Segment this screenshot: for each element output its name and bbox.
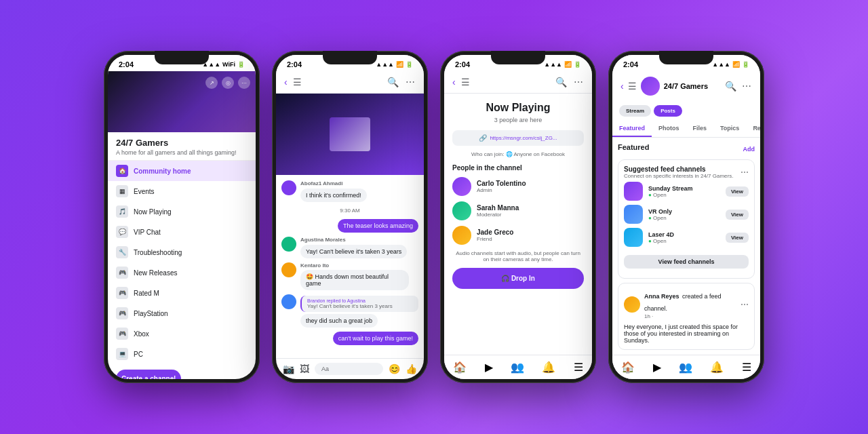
nav-xbox[interactable]: 🎮 Xbox — [108, 323, 256, 344]
search-icon[interactable]: 🔍 — [387, 77, 399, 87]
nav-pc[interactable]: 💻 PC — [108, 344, 256, 364]
tab-photos[interactable]: Photos — [652, 121, 686, 137]
post-author: Anna Reyes — [644, 293, 679, 300]
phone3-bell-icon[interactable]: 🔔 — [542, 361, 555, 374]
phone1-share-icon[interactable]: ↗ — [205, 77, 218, 89]
emoji-icon[interactable]: 😊 — [389, 363, 400, 374]
hamburger-icon[interactable]: ☰ — [293, 77, 302, 87]
audio-note: Audio channels start with audio, but peo… — [452, 250, 584, 262]
tab-more[interactable]: Re... — [746, 121, 760, 137]
phone4-menu-icon[interactable]: ☰ — [628, 81, 637, 92]
phone4-back-icon[interactable]: ‹ — [620, 81, 624, 92]
create-channel-button[interactable]: Create a channel — [116, 370, 181, 379]
jade-avatar — [452, 226, 471, 245]
jade-role: Friend — [477, 236, 513, 242]
sarah-name: Sarah Manna — [477, 204, 519, 212]
nav-troubleshooting[interactable]: 🔧 Troubleshooting — [108, 242, 256, 262]
carlo-avatar — [452, 177, 471, 196]
now-playing-count: 3 people are here — [452, 117, 584, 123]
nav-playstation[interactable]: 🎮 PlayStation — [108, 303, 256, 323]
phone3-more-icon[interactable]: ⋯ — [574, 77, 584, 87]
message-sent-2: can't wait to play this game! — [281, 332, 418, 345]
laser-view-button[interactable]: View — [726, 233, 749, 243]
phone3-header: ‹ ☰ 🔍 ⋯ — [444, 71, 592, 94]
phone3-search-icon[interactable]: 🔍 — [555, 77, 567, 87]
drop-in-button[interactable]: 🎧 Drop In — [452, 268, 584, 289]
carlo-role: Admin — [477, 187, 526, 193]
phone3-home-icon[interactable]: 🏠 — [453, 361, 467, 374]
nav-trouble-icon: 🔧 — [116, 246, 128, 258]
tab-files[interactable]: Files — [686, 121, 714, 137]
nav-events[interactable]: ▦ Events — [108, 181, 256, 201]
person-jade: Jade Greco Friend — [452, 226, 584, 245]
pill-tab-posts[interactable]: Posts — [654, 105, 682, 117]
phone4-notch — [659, 51, 713, 64]
phone4-community-icon[interactable]: 👥 — [679, 361, 692, 374]
phone3-back-icon[interactable]: ‹ — [452, 77, 456, 87]
phone4-more-icon[interactable]: ⋯ — [742, 81, 752, 92]
phone2-chat-input-bar: 📷 🖼 Aa 😊 👍 — [276, 358, 424, 379]
phone3-time: 2:04 — [455, 60, 470, 68]
suggested-more-icon[interactable]: ⋯ — [741, 167, 749, 177]
msg2-avatar — [281, 237, 296, 252]
nav-playing-icon: 🎵 — [116, 205, 128, 218]
jade-name: Jade Greco — [477, 229, 513, 236]
add-link[interactable]: Add — [743, 146, 755, 153]
stream-link[interactable]: https://msngr.com/cslj_ZG... — [490, 135, 557, 141]
channel-sunday-stream: Sunday Stream ● Open View — [624, 182, 749, 201]
phone-4: 2:04 ▲▲▲ 📶 🔋 ‹ ☰ 24/7 Gamers — [608, 51, 764, 383]
post-author-row: Anna Reyes created a feed channel. 1h · … — [624, 289, 749, 319]
chat-input-field[interactable]: Aa — [315, 363, 383, 375]
phone4-video-icon[interactable]: ▶ — [653, 361, 661, 374]
post-more-icon[interactable]: ⋯ — [741, 300, 749, 309]
phone4-bottom-nav: 🏠 ▶ 👥 🔔 ☰ — [612, 355, 760, 379]
phone1-bookmark-icon[interactable]: ◎ — [222, 77, 234, 89]
phone3-video-icon[interactable]: ▶ — [485, 361, 493, 374]
phone3-bottom-nav: 🏠 ▶ 👥 🔔 ☰ — [444, 355, 592, 379]
channel-laser-status: ● Open — [648, 238, 720, 244]
phone4-menu-icon[interactable]: ☰ — [742, 361, 751, 374]
sunday-stream-icon — [624, 182, 643, 201]
camera-icon[interactable]: 📷 — [283, 363, 294, 374]
message-4-with-reply: Brandon replied to Agustina Yay! Can't b… — [281, 294, 418, 328]
phone4-tabs: Featured Photos Files Topics Re... — [612, 121, 760, 138]
image-icon[interactable]: 🖼 — [300, 363, 309, 374]
now-playing-title: Now Playing — [452, 102, 584, 114]
nav-vip-chat[interactable]: 💬 VIP Chat — [108, 222, 256, 242]
phone1-nav-list: 🏠 Community home ▦ Events 🎵 Now Playing … — [108, 161, 256, 364]
nav-now-playing[interactable]: 🎵 Now Playing — [108, 201, 256, 222]
phone1-more-icon[interactable]: ⋯ — [238, 77, 250, 89]
more-options-icon[interactable]: ⋯ — [406, 77, 416, 87]
msg3-content: Kentaro Ito 🤩 Hands down most beautiful … — [300, 262, 418, 290]
phone3-menu-icon[interactable]: ☰ — [574, 361, 583, 374]
nav-chat-icon: 💬 — [116, 226, 128, 238]
back-arrow-icon[interactable]: ‹ — [284, 77, 288, 87]
phone3-community-icon[interactable]: 👥 — [511, 361, 524, 374]
sunday-view-button[interactable]: View — [726, 186, 749, 197]
nav-rated-icon: 🎮 — [116, 287, 128, 299]
phone3-menu-icon[interactable]: ☰ — [461, 77, 470, 87]
featured-section-title: Featured — [618, 143, 649, 151]
phone4-home-icon[interactable]: 🏠 — [621, 361, 635, 374]
nav-community-home[interactable]: 🏠 Community home — [108, 161, 256, 181]
phone3-notch — [491, 51, 545, 64]
msg1-bubble: I think it's confirmed! — [300, 189, 367, 202]
view-feed-channels-button[interactable]: View feed channels — [624, 255, 749, 269]
nav-rated-m[interactable]: 🎮 Rated M — [108, 283, 256, 303]
phone-1: 2:04 ▲▲▲ WiFi 🔋 ↗ ◎ ⋯ — [104, 51, 260, 383]
laser-4d-icon — [624, 228, 643, 247]
phone4-search-icon[interactable]: 🔍 — [725, 81, 736, 92]
tab-topics[interactable]: Topics — [713, 121, 746, 137]
vr-view-button[interactable]: View — [726, 210, 749, 220]
pill-tab-stream[interactable]: Stream — [619, 105, 651, 117]
nav-new-releases[interactable]: 🎮 New Releases — [108, 262, 256, 283]
thumbs-up-icon[interactable]: 👍 — [406, 363, 417, 374]
phone4-bell-icon[interactable]: 🔔 — [710, 361, 724, 374]
message-1: Abofaz1 Ahmadi I think it's confirmed! — [281, 180, 418, 202]
phone1-community-header: 24/7 Gamers A home for all gamers and al… — [108, 132, 256, 161]
msg2-name: Agustina Morales — [300, 237, 418, 243]
msg2-content: Agustina Morales Yay! Can't believe it's… — [300, 237, 418, 258]
phone4-community-avatar — [641, 77, 660, 96]
tab-featured[interactable]: Featured — [612, 121, 652, 137]
phone2-header-icons: 🔍 ⋯ — [387, 77, 416, 87]
